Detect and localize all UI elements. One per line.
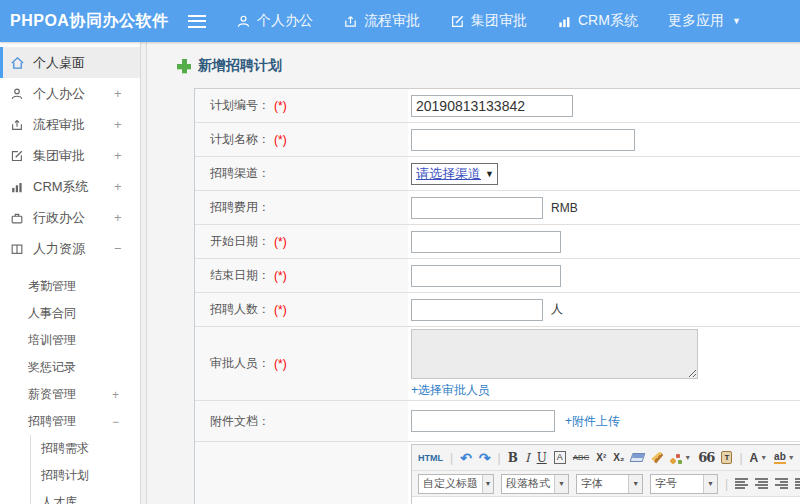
sidebar-item-training[interactable]: 培训管理 xyxy=(0,327,140,354)
sidebar-item-attendance[interactable]: 考勤管理 xyxy=(0,273,140,300)
font-size-select[interactable]: 字号 ▼ xyxy=(650,474,718,494)
blockquote-button[interactable]: 66 xyxy=(698,450,714,465)
redo-icon[interactable]: ↷ xyxy=(479,450,491,466)
sidebar-item-recruitment[interactable]: 招聘管理 − xyxy=(0,408,140,435)
channel-select[interactable]: 请选择渠道 ▼ xyxy=(411,163,498,185)
font-family-select[interactable]: 字体 ▼ xyxy=(576,474,643,494)
sidebar-item-recruit-demand[interactable]: 招聘需求 xyxy=(30,435,140,462)
font-color-icon: A xyxy=(750,451,759,465)
format-painter-dropdown[interactable]: ▼ xyxy=(670,452,691,464)
nav-crm-system[interactable]: CRM系统 xyxy=(557,12,638,30)
form-row-start-date: 开始日期： (*) xyxy=(195,225,800,259)
caret-down-icon: ▼ xyxy=(732,16,741,26)
hr-submenu: 考勤管理 人事合同 培训管理 奖惩记录 薪资管理 + 招聘管理 − xyxy=(0,273,140,504)
sidebar-item-personal-office[interactable]: 个人办公 + xyxy=(0,78,140,109)
sidebar-item-salary[interactable]: 薪资管理 + xyxy=(0,381,140,408)
expand-plus-icon[interactable]: + xyxy=(114,86,140,101)
form-row-content-editor: HTML | ↶ ↷ | B I U A ABC X² X₂ xyxy=(195,442,800,504)
expand-plus-icon[interactable]: + xyxy=(114,148,140,163)
bold-button[interactable]: B xyxy=(508,451,518,465)
main-content: 新增招聘计划 计划编号： (*) 计划名称： (*) xyxy=(147,42,800,504)
start-date-input[interactable] xyxy=(411,231,561,253)
topbar: PHPOA协同办公软件 个人办公 流程审批 集团审批 CRM系统 更多应用 ▼ xyxy=(0,0,800,42)
sidebar-item-hr[interactable]: 人力资源 − xyxy=(0,233,140,264)
plan-no-input[interactable] xyxy=(411,95,573,117)
label-text: 计划名称： xyxy=(210,131,270,148)
expand-plus-icon[interactable]: + xyxy=(112,388,140,402)
nav-label: 流程审批 xyxy=(364,12,420,30)
font-border-button[interactable]: A xyxy=(554,451,566,464)
field-label: 招聘人数： (*) xyxy=(195,293,408,326)
italic-button[interactable]: I xyxy=(525,451,530,465)
align-center-icon[interactable] xyxy=(755,478,768,489)
channel-select-value: 请选择渠道 xyxy=(416,165,481,183)
required-mark: (*) xyxy=(274,235,287,249)
nav-personal-office[interactable]: 个人办公 xyxy=(236,12,313,30)
sidebar-item-group-approval[interactable]: 集团审批 + xyxy=(0,140,140,171)
sidebar-item-label: 流程审批 xyxy=(33,116,114,134)
label-text: 招聘人数： xyxy=(210,301,270,318)
sidebar-item-desktop[interactable]: 个人桌面 xyxy=(0,47,140,78)
sidebar-item-label: 奖惩记录 xyxy=(28,359,112,376)
nav-more-apps[interactable]: 更多应用 ▼ xyxy=(668,12,741,30)
approver-textarea[interactable] xyxy=(411,329,698,379)
align-right-icon[interactable] xyxy=(775,478,788,489)
sidebar-item-label: 招聘计划 xyxy=(41,467,89,484)
paragraph-format-select[interactable]: 段落格式 ▼ xyxy=(501,474,569,494)
expand-plus-icon[interactable]: + xyxy=(114,210,140,225)
sidebar-item-rewards[interactable]: 奖惩记录 xyxy=(0,354,140,381)
book-icon xyxy=(10,241,26,257)
paste-as-text-icon[interactable]: T xyxy=(721,451,732,464)
attachment-upload-link[interactable]: +附件上传 xyxy=(565,413,620,430)
headcount-input[interactable] xyxy=(411,299,543,321)
strikethrough-button[interactable]: ABC xyxy=(573,453,589,462)
highlight-color-dropdown[interactable]: ab▼ xyxy=(774,452,795,464)
workflow-icon xyxy=(343,14,358,29)
home-icon xyxy=(10,55,26,71)
html-source-button[interactable]: HTML xyxy=(418,453,443,463)
expand-minus-icon[interactable]: − xyxy=(114,241,140,256)
expand-minus-icon[interactable]: − xyxy=(112,415,140,429)
hamburger-menu-icon[interactable] xyxy=(188,15,206,28)
sidebar-item-recruit-plan[interactable]: 招聘计划 xyxy=(30,462,140,489)
superscript-button[interactable]: X² xyxy=(596,452,606,463)
form-row-plan-name: 计划名称： (*) xyxy=(195,123,800,157)
caret-down-icon: ▼ xyxy=(788,454,795,461)
caret-down-icon: ▼ xyxy=(684,454,691,461)
eraser-icon[interactable] xyxy=(630,453,646,462)
sidebar-item-workflow-approval[interactable]: 流程审批 + xyxy=(0,109,140,140)
undo-icon[interactable]: ↶ xyxy=(460,450,472,466)
nav-workflow-approval[interactable]: 流程审批 xyxy=(343,12,420,30)
label-text: 招聘渠道： xyxy=(210,165,270,182)
sidebar-item-label: 人力资源 xyxy=(33,240,114,258)
expand-plus-icon[interactable]: + xyxy=(114,117,140,132)
subscript-button[interactable]: X₂ xyxy=(613,452,624,463)
workflow-icon xyxy=(10,117,26,133)
underline-button[interactable]: U xyxy=(537,451,547,465)
sidebar-item-talent-pool[interactable]: 人才库 xyxy=(30,489,140,504)
field-label: 审批人员： (*) xyxy=(195,327,408,400)
page-title: 新增招聘计划 xyxy=(177,54,800,78)
attachment-input[interactable] xyxy=(411,410,555,432)
sidebar-item-admin-office[interactable]: 行政办公 + xyxy=(0,202,140,233)
align-justify-icon[interactable] xyxy=(795,478,800,489)
add-plus-icon xyxy=(177,59,191,73)
end-date-input[interactable] xyxy=(411,265,561,287)
select-approver-link[interactable]: +选择审批人员 xyxy=(411,382,490,399)
sidebar-item-crm[interactable]: CRM系统 + xyxy=(0,171,140,202)
expand-plus-icon[interactable]: + xyxy=(114,179,140,194)
style-select[interactable]: 自定义标题 ▼ xyxy=(418,474,494,494)
nav-label: CRM系统 xyxy=(578,12,638,30)
label-text: 审批人员： xyxy=(210,355,270,372)
page-title-text: 新增招聘计划 xyxy=(198,57,282,75)
sidebar-divider xyxy=(140,42,147,504)
nav-group-approval[interactable]: 集团审批 xyxy=(450,12,527,30)
align-left-icon[interactable] xyxy=(735,478,748,489)
form-row-approver: 审批人员： (*) +选择审批人员 xyxy=(195,327,800,401)
cost-input[interactable] xyxy=(411,197,543,219)
plan-name-input[interactable] xyxy=(411,129,635,151)
font-color-dropdown[interactable]: A▼ xyxy=(750,451,768,465)
sidebar-item-hr-contract[interactable]: 人事合同 xyxy=(0,300,140,327)
editor-content-area[interactable] xyxy=(412,497,800,504)
format-brush-icon[interactable] xyxy=(651,452,663,464)
